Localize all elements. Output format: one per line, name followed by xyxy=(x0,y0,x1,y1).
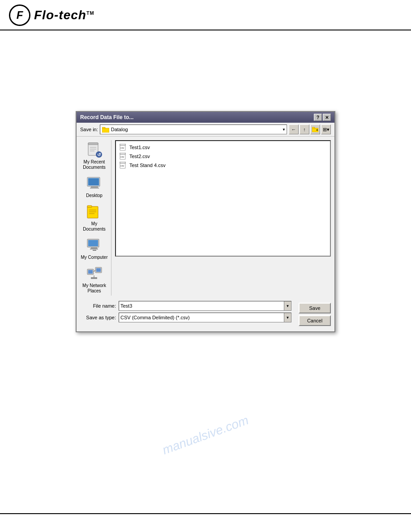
save-button[interactable]: Save xyxy=(299,303,331,313)
svg-text:CSV: CSV xyxy=(120,147,124,149)
help-button[interactable]: ? xyxy=(314,114,322,121)
svg-rect-31 xyxy=(91,277,97,279)
save-in-dropdown-arrow: ▼ xyxy=(282,128,286,132)
csv-file-icon: CSV xyxy=(120,153,127,160)
save-as-type-input[interactable] xyxy=(119,313,284,322)
file-name-label: File name: xyxy=(80,303,116,309)
nav-recent-documents[interactable]: ↺ My Recent Documents xyxy=(80,140,109,172)
watermark: manualsive.com xyxy=(160,413,250,457)
logo-f-letter: F xyxy=(17,9,23,21)
svg-rect-25 xyxy=(93,250,96,251)
nav-desktop-label: Desktop xyxy=(86,193,103,198)
svg-rect-0 xyxy=(102,128,109,133)
svg-rect-13 xyxy=(88,178,99,185)
file-name-input[interactable] xyxy=(119,301,284,310)
list-item[interactable]: CSV Test2.csv xyxy=(118,152,328,161)
svg-rect-24 xyxy=(90,249,98,249)
svg-rect-23 xyxy=(91,247,97,249)
up-folder-button[interactable]: ↑ xyxy=(300,124,309,134)
save-in-label: Save in: xyxy=(80,127,98,132)
dialog-title: Record Data File to... xyxy=(80,114,133,120)
nav-my-documents[interactable]: My Documents xyxy=(80,202,109,234)
svg-rect-27 xyxy=(88,270,93,274)
logo-text: Flo-techTM xyxy=(34,8,94,22)
csv-file-icon: CSV xyxy=(120,162,127,169)
save-file-dialog: Record Data File to... ? ✕ Save in: Data… xyxy=(76,111,335,332)
file-list: CSV Test1.csv CSV T xyxy=(115,140,331,257)
save-as-type-row: Save as type: ▼ xyxy=(80,313,291,322)
dialog-lower: File name: ▼ Save as type: ▼ xyxy=(77,299,334,331)
nav-network-places[interactable]: My Network Places xyxy=(80,264,109,296)
svg-text:CSV: CSV xyxy=(120,156,124,158)
svg-rect-6 xyxy=(88,143,98,145)
recent-documents-icon: ↺ xyxy=(86,142,103,158)
save-in-dropdown[interactable]: Datalog ▼ xyxy=(100,124,287,134)
footer-line xyxy=(0,513,411,514)
list-item[interactable]: CSV Test Stand 4.csv xyxy=(118,161,328,170)
save-as-type-input-wrapper: ▼ xyxy=(119,313,291,322)
svg-rect-14 xyxy=(91,186,98,188)
csv-file-icon: CSV xyxy=(120,144,127,151)
svg-rect-37 xyxy=(120,153,125,154)
nav-my-computer[interactable]: My Computer xyxy=(80,236,109,262)
nav-network-label: My Network Places xyxy=(81,283,108,294)
titlebar-buttons: ? ✕ xyxy=(314,114,331,121)
dialog-main: CSV Test1.csv CSV T xyxy=(115,140,331,296)
logo: F Flo-techTM xyxy=(9,4,94,26)
file-name-dropdown-btn[interactable]: ▼ xyxy=(284,301,291,310)
save-as-type-label: Save as type: xyxy=(80,315,116,320)
nav-desktop[interactable]: Desktop xyxy=(80,174,109,200)
desktop-icon xyxy=(86,176,103,192)
svg-rect-40 xyxy=(120,162,125,163)
svg-rect-17 xyxy=(87,206,92,207)
svg-line-30 xyxy=(94,270,95,272)
svg-text:CSV: CSV xyxy=(120,165,124,167)
nav-computer-label: My Computer xyxy=(81,255,108,260)
new-folder-button[interactable]: + xyxy=(310,124,320,134)
views-button[interactable]: ⊞▾ xyxy=(321,124,331,134)
svg-rect-22 xyxy=(88,240,98,246)
new-folder-icon: + xyxy=(312,127,318,132)
svg-rect-16 xyxy=(87,206,98,218)
svg-text:↺: ↺ xyxy=(97,152,101,157)
dialog-fields: File name: ▼ Save as type: ▼ xyxy=(80,301,291,328)
folder-icon xyxy=(102,126,109,133)
svg-rect-1 xyxy=(102,127,105,129)
nav-documents-label: My Documents xyxy=(81,221,108,232)
page-content: Record Data File to... ? ✕ Save in: Data… xyxy=(0,30,411,341)
dialog-nav: ↺ My Recent Documents Desktop xyxy=(80,140,111,296)
file-name-input-wrapper: ▼ xyxy=(119,301,291,311)
back-button[interactable]: ← xyxy=(289,124,299,134)
save-as-type-dropdown-btn[interactable]: ▼ xyxy=(284,313,291,322)
svg-text:+: + xyxy=(316,128,318,132)
toolbar-icon-buttons: ← ↑ + ⊞▾ xyxy=(289,124,331,134)
dialog-actions: Save Cancel xyxy=(295,301,331,328)
close-button[interactable]: ✕ xyxy=(323,114,331,121)
network-places-icon xyxy=(86,266,103,282)
my-computer-icon xyxy=(86,237,103,253)
cancel-button[interactable]: Cancel xyxy=(299,315,331,326)
nav-recent-label: My Recent Documents xyxy=(81,159,108,170)
svg-rect-29 xyxy=(96,268,101,272)
dialog-body: ↺ My Recent Documents Desktop xyxy=(77,137,334,299)
list-item[interactable]: CSV Test1.csv xyxy=(118,143,328,152)
dialog-toolbar: Save in: Datalog ▼ ← ↑ + xyxy=(77,123,334,137)
svg-rect-3 xyxy=(312,127,315,129)
svg-rect-34 xyxy=(120,144,125,146)
file-name-row: File name: ▼ xyxy=(80,301,291,311)
svg-rect-15 xyxy=(90,188,99,189)
logo-circle: F xyxy=(9,4,30,26)
page-header: F Flo-techTM xyxy=(0,0,411,30)
dialog-titlebar: Record Data File to... ? ✕ xyxy=(77,112,334,123)
my-documents-icon xyxy=(86,204,103,220)
